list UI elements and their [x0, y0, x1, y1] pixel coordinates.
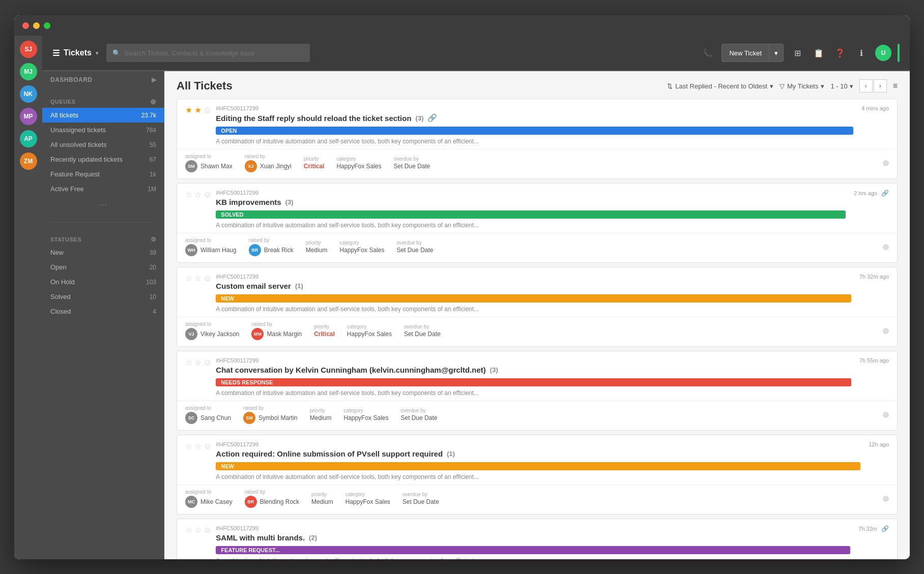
phone-icon[interactable]: 📞 — [700, 48, 715, 58]
sidebar-item-all-tickets[interactable]: All tickets 23.7k — [42, 108, 164, 123]
ticket-id: #HFC500117299 — [216, 105, 853, 111]
dashboard-arrow-icon[interactable]: ▶ — [152, 76, 157, 83]
search-bar[interactable]: 🔍 — [106, 44, 310, 62]
next-page-button[interactable]: › — [874, 79, 887, 93]
category-value: HappyFox Sales — [343, 414, 388, 421]
close-button[interactable] — [22, 22, 29, 29]
category-value: HappyFox Sales — [347, 330, 392, 338]
reports-icon[interactable]: 📋 — [811, 48, 826, 58]
overdue-value: Set Due Date — [404, 330, 441, 338]
raised-by-field: raised by MM Mask Margin — [251, 321, 302, 340]
priority-icon[interactable]: ☆ — [194, 190, 201, 199]
avatar-nk[interactable]: NK — [20, 85, 37, 103]
new-ticket-button[interactable]: New Ticket ▾ — [721, 44, 784, 62]
raised-name: Mask Margin — [267, 330, 302, 338]
assign-icon[interactable]: ☺ — [204, 526, 212, 535]
sort-chevron-icon: ▾ — [770, 82, 773, 90]
avatar-zm[interactable]: ZM — [20, 153, 37, 170]
chevron-down-icon: ▾ — [96, 50, 98, 56]
sidebar-item-open[interactable]: Open 20 — [42, 260, 164, 275]
sidebar-item-recently-updated[interactable]: Recently updated tickets 67 — [42, 152, 164, 167]
sidebar-item-active-free[interactable]: Active Free 1M — [42, 182, 164, 196]
ticket-title: Action required: Online submission of PV… — [216, 449, 860, 458]
help-icon[interactable]: ❓ — [832, 48, 848, 58]
overdue-value: Set Due Date — [396, 247, 433, 254]
priority-icon[interactable]: ☆ — [194, 525, 201, 535]
status-badge: NEW — [216, 294, 851, 303]
user-avatar[interactable]: U — [875, 45, 891, 61]
assign-icon[interactable]: ☺ — [204, 358, 212, 367]
prev-page-button[interactable]: ‹ — [859, 79, 873, 93]
sidebar-item-solved[interactable]: Solved 10 — [42, 289, 164, 304]
search-input[interactable] — [125, 49, 304, 57]
new-ticket-dropdown-arrow[interactable]: ▾ — [769, 44, 783, 62]
filter-label: My Tickets — [787, 82, 818, 90]
overdue-field: overdue by Set Due Date — [404, 324, 441, 338]
category-field: category HappyFox Sales — [336, 156, 381, 170]
raised-name: Symbol Martin — [258, 414, 298, 421]
star-filled-icon[interactable]: ★ — [185, 105, 192, 115]
star-icon[interactable]: ☆ — [185, 357, 192, 367]
priority-icon[interactable]: ☆ — [194, 274, 201, 283]
star-icon[interactable]: ☆ — [185, 190, 192, 199]
priority-icon[interactable]: ☆ — [194, 441, 201, 451]
maximize-button[interactable] — [44, 22, 50, 29]
ticket-title: SAML with multi brands. (2) — [216, 533, 850, 542]
star-icon[interactable]: ☆ — [185, 274, 192, 283]
assigned-to-field: assigned to WH William Haug — [185, 237, 237, 256]
priority-field: priority Medium — [306, 240, 328, 254]
ticket-preview: A combination of intuitive automation an… — [216, 222, 846, 229]
queues-add-icon[interactable]: ⊕ — [150, 98, 157, 106]
priority-field: priority Critical — [304, 156, 325, 170]
sort-button[interactable]: ⇅ Last Replied - Recent to Oldest ▾ — [667, 82, 773, 90]
raised-by-field: raised by SM Symbol Martin — [243, 405, 298, 424]
header-controls: ⇅ Last Replied - Recent to Oldest ▾ ▽ My… — [667, 79, 898, 93]
info-icon[interactable]: ℹ — [854, 48, 869, 58]
avatar-sj[interactable]: SJ — [20, 41, 37, 58]
avatar-panel: SJ MJ NK MP AP ZM — [14, 36, 42, 559]
reply-count: (3) — [285, 198, 294, 206]
raised-by-field: raised by BR Break Rick — [249, 237, 294, 256]
raised-avatar: XJ — [245, 160, 257, 172]
sidebar-item-on-hold[interactable]: On Hold 103 — [42, 275, 164, 289]
ticket-card: ☆ ☆ ☺ #HFC500117299 Action required: Onl… — [177, 435, 898, 515]
assign-icon[interactable]: ☺ — [204, 190, 212, 199]
reply-count: (1) — [447, 450, 455, 458]
assign-icon[interactable]: ☺ — [204, 442, 212, 451]
priority-star-icon[interactable]: ★ — [194, 105, 201, 115]
ticket-preview: A combination of intuitive automation an… — [216, 306, 851, 313]
priority-icon[interactable]: ☆ — [194, 357, 201, 367]
layout-icon[interactable]: ⊞ — [790, 48, 805, 58]
category-field: category HappyFox Sales — [339, 240, 384, 254]
ticket-card: ☆ ☆ ☺ #HFC500117299 SAML with multi bran… — [177, 519, 898, 559]
reply-count: (2) — [309, 534, 317, 541]
category-field: category HappyFox Sales — [343, 408, 388, 421]
status-badge: OPEN — [216, 127, 853, 135]
ticket-preview: A combination of intuitive automation an… — [216, 557, 850, 559]
status-dot — [883, 244, 889, 250]
filter-button[interactable]: ▽ My Tickets ▾ — [779, 82, 824, 90]
avatar-mj[interactable]: MJ — [20, 63, 37, 80]
sidebar-item-closed[interactable]: Closed 4 — [42, 304, 164, 319]
ticket-meta: assigned to WH William Haug raised by — [177, 233, 897, 262]
ticket-actions: ☆ ☆ ☺ — [185, 190, 212, 199]
statuses-gear-icon[interactable]: ⚙ — [151, 236, 157, 243]
attachment-icon: 🔗 — [427, 113, 437, 123]
ticket-id: #HFC500117299 — [216, 190, 846, 196]
sidebar-item-feature-request[interactable]: Feature Request 1k — [42, 167, 164, 182]
assign-icon[interactable]: ☺ — [204, 106, 212, 115]
star-icon[interactable]: ☆ — [185, 525, 192, 535]
ticket-title: Editing the Staff reply should reload th… — [216, 113, 853, 123]
avatar-mp[interactable]: MP — [20, 108, 37, 125]
minimize-button[interactable] — [33, 22, 40, 29]
star-icon[interactable]: ☆ — [185, 441, 192, 451]
sidebar-item-unsolved[interactable]: All unsolved tickets 55 — [42, 137, 164, 152]
list-view-button[interactable]: ≡ — [893, 81, 898, 90]
assign-icon[interactable]: ☺ — [204, 274, 212, 283]
ticket-actions: ☆ ☆ ☺ — [185, 357, 212, 367]
sidebar-item-new[interactable]: New 39 — [42, 245, 164, 260]
ticket-top: ☆ ☆ ☺ #HFC500117299 Custom email server … — [177, 267, 897, 317]
sidebar-item-unassigned[interactable]: Unassigned tickets 784 — [42, 123, 164, 137]
ticket-actions: ☆ ☆ ☺ — [185, 274, 212, 283]
avatar-ap[interactable]: AP — [20, 130, 37, 147]
